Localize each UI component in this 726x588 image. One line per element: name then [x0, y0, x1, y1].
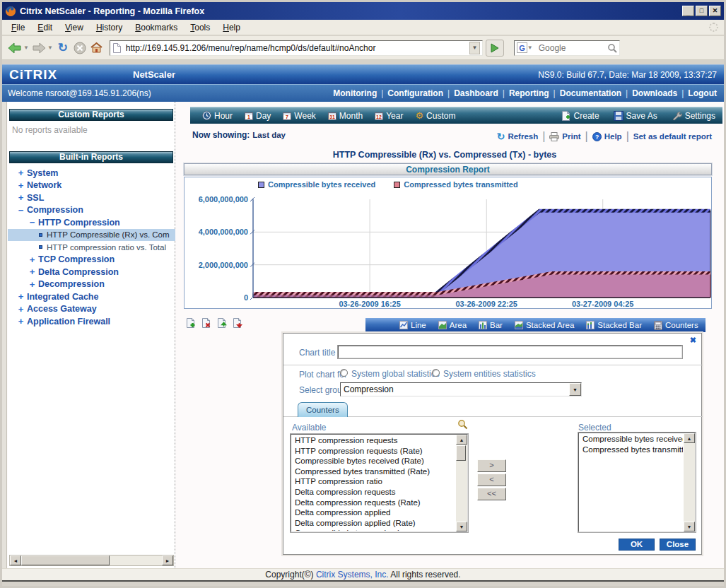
list-item[interactable]: HTTP compression ratio [292, 476, 455, 487]
move-right-button[interactable]: > [477, 459, 506, 472]
expand-icon[interactable]: + [28, 254, 37, 265]
home-button[interactable] [88, 40, 105, 57]
url-bar[interactable]: ▼ [110, 40, 483, 56]
available-scrollbar[interactable]: ▲ ▼ [456, 435, 467, 531]
tree-item-delta-compression[interactable]: +Delta Compression [8, 266, 175, 278]
report-delete-icon[interactable] [201, 317, 212, 329]
report-export-icon[interactable] [216, 317, 228, 329]
scroll-up-icon[interactable]: ▲ [684, 433, 695, 443]
go-button[interactable] [486, 40, 504, 57]
collapse-icon[interactable]: − [16, 205, 25, 216]
expand-icon[interactable]: + [16, 167, 25, 178]
top-nav-documentation[interactable]: Documentation [560, 88, 621, 98]
list-item[interactable]: Delta compression applied (Rate) [292, 518, 455, 529]
list-item[interactable]: Compressible bytes received (Rate) [292, 456, 455, 466]
time-range-hour[interactable]: Hour [202, 111, 233, 121]
tree-item-ssl[interactable]: +SSL [8, 192, 175, 204]
menu-bookmarks[interactable]: Bookmarks [129, 20, 184, 35]
chevron-down-icon[interactable]: ▼ [569, 383, 581, 396]
list-item[interactable]: HTTP compression requests (Rate) [292, 446, 455, 457]
url-dropdown-button[interactable]: ▼ [469, 42, 480, 54]
charttype-line[interactable]: Line [399, 321, 426, 329]
report-import-icon[interactable] [232, 317, 243, 329]
save-as-button[interactable]: Save As [614, 110, 657, 122]
time-range-month[interactable]: 31Month [328, 111, 363, 121]
top-nav-reporting[interactable]: Reporting [509, 88, 549, 98]
tree-item-application-firewall[interactable]: +Application Firewall [8, 315, 175, 328]
set-as-default-report-link[interactable]: Set as default report [633, 132, 712, 141]
scrollbar-thumb[interactable] [21, 555, 110, 565]
scroll-left-icon[interactable]: ◄ [10, 555, 21, 565]
top-nav-monitoring[interactable]: Monitoring [333, 88, 377, 98]
search-icon[interactable] [457, 419, 468, 430]
expand-icon[interactable]: + [16, 304, 25, 314]
tree-item-tcp-compression[interactable]: +TCP Compression [8, 254, 175, 266]
sidebar-horizontal-scrollbar[interactable]: ◄ ► [9, 555, 174, 566]
menu-view[interactable]: View [59, 20, 90, 35]
scroll-right-icon[interactable]: ► [162, 555, 173, 565]
forward-dropdown-icon[interactable]: ▼ [47, 45, 53, 51]
group-select[interactable]: Compression ▼ [340, 382, 582, 396]
expand-icon[interactable]: + [16, 291, 25, 302]
help-link[interactable]: ?Help [592, 132, 622, 141]
expand-icon[interactable]: + [28, 279, 37, 290]
list-item[interactable]: Delta compression applied [292, 507, 455, 518]
time-range-week[interactable]: 7Week [283, 111, 315, 121]
expand-icon[interactable]: + [16, 192, 25, 203]
tree-item-network[interactable]: +Network [8, 180, 175, 192]
list-item[interactable]: Delta compression requests [292, 487, 455, 498]
selected-scrollbar[interactable]: ▲ ▼ [684, 433, 695, 531]
top-nav-configuration[interactable]: Configuration [387, 88, 443, 98]
collapse-icon[interactable]: − [28, 217, 37, 228]
charttype-area[interactable]: Area [438, 321, 467, 329]
chart-title-input[interactable] [338, 346, 682, 358]
back-button[interactable] [6, 40, 23, 57]
time-range-custom[interactable]: ⚙Custom [415, 111, 455, 121]
close-button[interactable]: ✕ [709, 6, 721, 16]
list-item[interactable]: Compressible bytes received [580, 434, 683, 445]
search-input[interactable] [537, 42, 607, 54]
top-nav-dashboard[interactable]: Dashboard [454, 88, 498, 98]
scroll-down-icon[interactable]: ▼ [456, 522, 467, 531]
refresh-link[interactable]: ↻Refresh [497, 131, 539, 142]
citrix-link[interactable]: Citrix Systems, Inc. [316, 570, 389, 580]
tree-item-integrated-cache[interactable]: +Integrated Cache [8, 290, 175, 303]
radio-system-global-statistics[interactable] [340, 369, 348, 377]
expand-icon[interactable]: + [28, 266, 37, 277]
tree-item-http-compressible-rx-vs-com[interactable]: HTTP Compressible (Rx) vs. Com [8, 229, 175, 242]
tree-item-http-compression[interactable]: −HTTP Compression [8, 216, 175, 229]
maximize-button[interactable]: □ [696, 6, 708, 16]
scroll-down-icon[interactable]: ▼ [684, 522, 695, 531]
list-item[interactable]: Compressed bytes transmitted [580, 445, 683, 455]
scrollbar-thumb[interactable] [456, 445, 466, 461]
scroll-up-icon[interactable]: ▲ [456, 435, 467, 445]
move-all-left-button[interactable]: << [477, 488, 506, 500]
tree-item-decompression[interactable]: +Decompression [8, 278, 175, 291]
menu-history[interactable]: History [90, 20, 129, 35]
close-button[interactable]: Close [660, 539, 696, 551]
top-nav-logout[interactable]: Logout [688, 88, 717, 98]
menu-file[interactable]: File [5, 20, 31, 35]
close-icon[interactable]: ✖ [690, 336, 696, 345]
tree-item-compression[interactable]: −Compression [8, 204, 175, 217]
print-link[interactable]: Print [549, 132, 580, 141]
tree-item-access-gateway[interactable]: +Access Gateway [8, 303, 175, 316]
menu-edit[interactable]: Edit [31, 20, 59, 35]
stop-button[interactable] [71, 40, 88, 57]
search-bar[interactable]: G ▼ [514, 40, 620, 56]
forward-button[interactable] [30, 40, 47, 57]
report-add-icon[interactable] [185, 317, 197, 329]
list-item[interactable]: Compressible bytes received [292, 528, 455, 531]
selected-listbox[interactable]: Compressible bytes receivedCompressed by… [578, 433, 696, 532]
settings-button[interactable]: Settings [672, 110, 715, 122]
create-button[interactable]: Create [561, 110, 599, 122]
tab-counters[interactable]: Counters [298, 402, 348, 417]
list-item[interactable]: HTTP compression requests [292, 435, 455, 446]
minimize-button[interactable]: _ [682, 6, 694, 16]
list-item[interactable]: Compressed bytes transmitted (Rate) [292, 466, 455, 477]
search-engine-dropdown-icon[interactable]: ▼ [527, 45, 533, 51]
menu-tools[interactable]: Tools [184, 20, 216, 35]
reload-button[interactable]: ↻ [54, 40, 71, 57]
url-input[interactable] [124, 42, 469, 54]
menu-help[interactable]: Help [216, 20, 247, 35]
